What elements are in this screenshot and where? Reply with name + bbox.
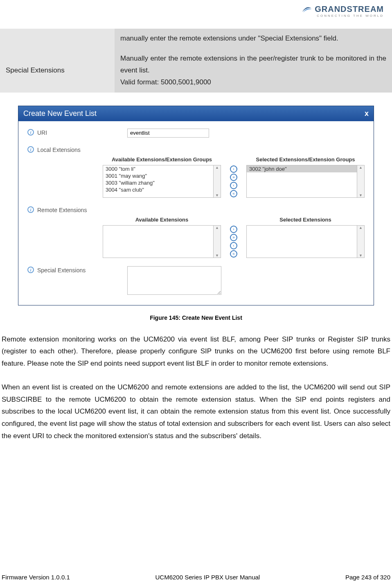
body-paragraph-2: When an event list is created on the UCM… xyxy=(2,381,390,442)
remote-selected-listbox[interactable] xyxy=(246,225,357,258)
local-available-header: Available Extensions/Extension Groups xyxy=(103,156,221,163)
move-left-button[interactable]: ‹ xyxy=(230,182,237,189)
local-selected-listbox[interactable]: 3002 "john doe" xyxy=(246,165,357,198)
param-label-special-ext: Special Extensions xyxy=(0,49,115,93)
remote-selected-header: Selected Extensions xyxy=(246,217,365,223)
special-extensions-textarea[interactable] xyxy=(127,266,221,295)
remote-available-header: Available Extensions xyxy=(103,217,221,223)
special-extensions-label: Special Extensions xyxy=(37,266,127,274)
dialog-title-text: Create New Event List xyxy=(23,109,97,118)
move-right-button[interactable]: › xyxy=(230,226,237,233)
list-item[interactable]: 3003 "william zhang" xyxy=(103,179,213,186)
param-desc-special-ext: Manually enter the remote extensions in … xyxy=(115,49,392,93)
footer-page: Page 243 of 320 xyxy=(345,574,390,581)
local-extensions-label: Local Extensions xyxy=(37,146,127,153)
brand-logo: GRANDSTREAM CONNECTING THE WORLD xyxy=(301,3,384,18)
info-icon[interactable]: i xyxy=(27,129,34,136)
body-paragraph-1: Remote extension monitoring works on the… xyxy=(2,333,390,370)
list-item[interactable]: 3004 "sam club" xyxy=(103,186,213,193)
local-selected-header: Selected Extensions/Extension Groups xyxy=(246,156,365,163)
move-all-right-button[interactable]: » xyxy=(230,174,237,181)
scrollbar[interactable]: ▲▼ xyxy=(214,225,221,258)
list-item[interactable]: 3000 "tom li" xyxy=(103,165,213,172)
local-available-listbox[interactable]: 3000 "tom li" 3001 "may wang" 3003 "will… xyxy=(103,165,214,198)
info-icon[interactable]: i xyxy=(27,146,34,153)
move-all-right-button[interactable]: » xyxy=(230,234,237,241)
footer-title: UCM6200 Series IP PBX User Manual xyxy=(155,574,260,581)
brand-name: GRANDSTREAM xyxy=(315,5,384,14)
logo-swoosh-icon xyxy=(301,3,312,15)
brand-tagline: CONNECTING THE WORLD xyxy=(301,14,384,18)
move-all-left-button[interactable]: « xyxy=(230,190,237,197)
param-desc-remote-ext-cont: manually enter the remote extensions und… xyxy=(115,29,392,49)
scrollbar[interactable]: ▲▼ xyxy=(357,165,365,198)
list-item[interactable]: 3002 "john doe" xyxy=(247,165,357,172)
move-right-button[interactable]: › xyxy=(230,165,237,173)
dialog-titlebar: Create New Event List x xyxy=(18,106,374,121)
move-left-button[interactable]: ‹ xyxy=(230,242,237,249)
figure-caption: Figure 145: Create New Event List xyxy=(0,314,392,321)
uri-input[interactable] xyxy=(127,129,209,138)
remote-extensions-label: Remote Extensions xyxy=(37,206,127,213)
footer-firmware: Firmware Version 1.0.0.1 xyxy=(2,574,70,581)
create-event-list-dialog: Create New Event List x i URI i Local Ex… xyxy=(18,106,374,305)
info-icon[interactable]: i xyxy=(27,206,34,213)
parameter-table: manually enter the remote extensions und… xyxy=(0,29,392,93)
scrollbar[interactable]: ▲▼ xyxy=(214,165,221,198)
info-icon[interactable]: i xyxy=(27,267,34,273)
list-item[interactable]: 3001 "may wang" xyxy=(103,172,213,179)
param-label-empty xyxy=(0,29,115,49)
remote-available-listbox[interactable] xyxy=(103,225,214,258)
page-footer: Firmware Version 1.0.0.1 UCM6200 Series … xyxy=(0,574,392,581)
close-icon[interactable]: x xyxy=(365,109,369,118)
move-all-left-button[interactable]: « xyxy=(230,250,237,258)
uri-label: URI xyxy=(37,129,127,136)
scrollbar[interactable]: ▲▼ xyxy=(357,225,365,258)
